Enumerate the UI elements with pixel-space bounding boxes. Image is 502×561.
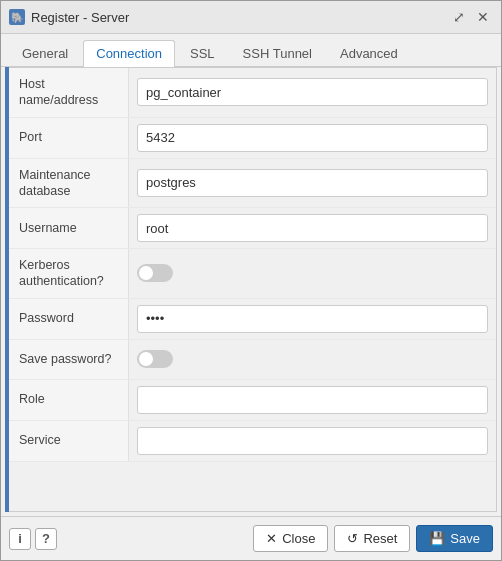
label-hostname: Host name/address xyxy=(9,68,129,117)
field-maintenance-db xyxy=(129,159,496,208)
tab-advanced[interactable]: Advanced xyxy=(327,40,411,66)
field-role xyxy=(129,380,496,420)
help-icon: ? xyxy=(42,531,50,546)
input-hostname[interactable] xyxy=(137,78,488,106)
save-icon: 💾 xyxy=(429,531,445,546)
tab-general[interactable]: General xyxy=(9,40,81,66)
tab-connection[interactable]: Connection xyxy=(83,40,175,67)
info-icon: i xyxy=(18,531,22,546)
toggle-kerberos[interactable] xyxy=(137,264,173,282)
label-password: Password xyxy=(9,299,129,339)
tab-ssl[interactable]: SSL xyxy=(177,40,228,66)
field-username xyxy=(129,208,496,248)
field-hostname xyxy=(129,68,496,117)
input-port[interactable] xyxy=(137,124,488,152)
field-row-kerberos: Kerberos authentication? xyxy=(9,249,496,299)
input-username[interactable] xyxy=(137,214,488,242)
close-icon: ✕ xyxy=(266,531,277,546)
label-service: Service xyxy=(9,421,129,461)
field-row-hostname: Host name/address xyxy=(9,68,496,118)
input-maintenance-db[interactable] xyxy=(137,169,488,197)
toggle-save-password[interactable] xyxy=(137,350,173,368)
form-container: Host name/address Port Maintenance datab… xyxy=(9,67,497,512)
reset-icon: ↺ xyxy=(347,531,358,546)
close-button[interactable]: ✕ Close xyxy=(253,525,328,552)
field-save-password xyxy=(129,340,496,379)
dialog-register-server: 🐘 Register - Server ⤢ ✕ General Connecti… xyxy=(0,0,502,561)
toggle-slider-save-password xyxy=(137,350,173,368)
maximize-button[interactable]: ⤢ xyxy=(449,7,469,27)
toggle-slider-kerberos xyxy=(137,264,173,282)
tab-ssh-tunnel[interactable]: SSH Tunnel xyxy=(230,40,325,66)
field-kerberos xyxy=(129,249,496,298)
save-button[interactable]: 💾 Save xyxy=(416,525,493,552)
label-role: Role xyxy=(9,380,129,420)
field-row-password: Password xyxy=(9,299,496,340)
field-service xyxy=(129,421,496,461)
label-maintenance-db: Maintenance database xyxy=(9,159,129,208)
label-kerberos: Kerberos authentication? xyxy=(9,249,129,298)
input-role[interactable] xyxy=(137,386,488,414)
field-port xyxy=(129,118,496,158)
close-window-button[interactable]: ✕ xyxy=(473,7,493,27)
label-save-password: Save password? xyxy=(9,340,129,379)
field-password xyxy=(129,299,496,339)
field-row-maintenance-db: Maintenance database xyxy=(9,159,496,209)
input-password[interactable] xyxy=(137,305,488,333)
reset-button[interactable]: ↺ Reset xyxy=(334,525,410,552)
save-label: Save xyxy=(450,531,480,546)
field-row-username: Username xyxy=(9,208,496,249)
field-row-save-password: Save password? xyxy=(9,340,496,380)
titlebar: 🐘 Register - Server ⤢ ✕ xyxy=(1,1,501,34)
field-row-service: Service xyxy=(9,421,496,462)
input-service[interactable] xyxy=(137,427,488,455)
footer-right-buttons: ✕ Close ↺ Reset 💾 Save xyxy=(253,525,493,552)
close-label: Close xyxy=(282,531,315,546)
field-row-port: Port xyxy=(9,118,496,159)
reset-label: Reset xyxy=(363,531,397,546)
dialog-title: Register - Server xyxy=(31,10,129,25)
field-row-role: Role xyxy=(9,380,496,421)
help-button[interactable]: ? xyxy=(35,528,57,550)
footer-left-buttons: i ? xyxy=(9,528,57,550)
footer: i ? ✕ Close ↺ Reset 💾 Save xyxy=(1,516,501,560)
server-icon: 🐘 xyxy=(9,9,25,25)
titlebar-left: 🐘 Register - Server xyxy=(9,9,129,25)
info-button[interactable]: i xyxy=(9,528,31,550)
content-wrapper: Host name/address Port Maintenance datab… xyxy=(5,67,497,512)
label-port: Port xyxy=(9,118,129,158)
label-username: Username xyxy=(9,208,129,248)
tab-bar: General Connection SSL SSH Tunnel Advanc… xyxy=(1,34,501,67)
titlebar-controls: ⤢ ✕ xyxy=(449,7,493,27)
